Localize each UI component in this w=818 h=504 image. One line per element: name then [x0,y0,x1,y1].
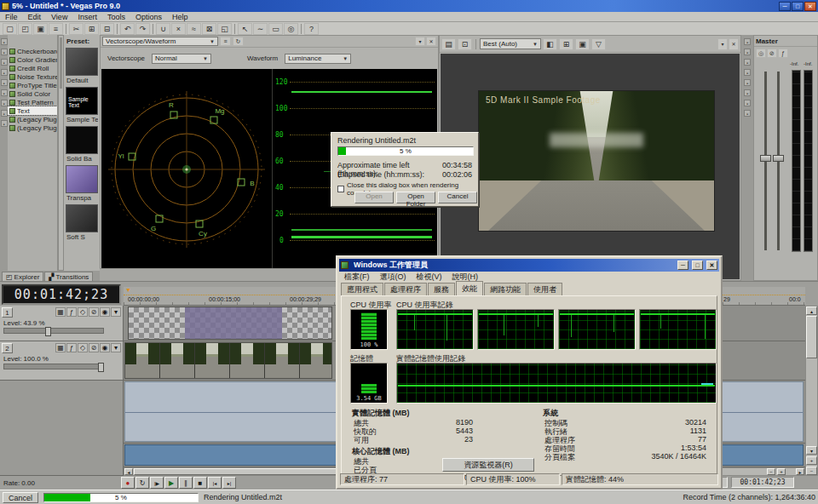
dock-icon[interactable]: ▪ [744,89,751,96]
maximize-icon[interactable]: □ [692,261,703,270]
automation-settings-icon[interactable]: ◇ [78,343,88,352]
auto-crossfade-icon[interactable]: × [171,23,186,35]
preset-thumb-soft-shadow[interactable] [66,204,98,232]
preset-thumb-solid-background[interactable] [66,126,98,154]
pin-icon[interactable]: ▾ [415,37,425,46]
cut-icon[interactable]: ✂ [69,23,84,35]
taskman-menu-file[interactable]: 檔案(F) [339,272,375,283]
zoom-in-track-icon[interactable]: + [806,456,817,465]
dock-icon[interactable]: ▪ [1,49,8,55]
go-to-start-icon[interactable]: |◂ [208,477,222,489]
dock-icon[interactable]: ▪ [1,38,8,45]
envelope-edit-tool-icon[interactable]: ∼ [253,23,268,35]
dim-output-icon[interactable]: ⊘ [767,49,777,58]
generator-item-protype-titler[interactable]: ProType Titler [8,81,57,89]
external-monitor-icon[interactable]: ⊡ [458,38,472,50]
generator-item-text-selected[interactable]: Text [8,106,57,115]
scope-type-dropdown[interactable]: Vectorscope/Waveform▼ [102,37,218,46]
copy-snapshot-icon[interactable]: ▣ [575,38,590,50]
track-number[interactable]: 1 [2,307,13,318]
timeline-vscrollbar[interactable]: ▴ ▾ + − [805,306,818,476]
dock-icon[interactable]: ▪ [1,59,8,66]
generator-item-checkerboard[interactable]: Checkerboard [8,47,57,55]
scrollbar-thumb[interactable] [60,37,62,89]
close-icon[interactable]: ✕ [804,2,816,11]
track-header-2[interactable]: 2 ▦ƒ◇⊘◉▾ Level: 100.0 % [0,341,124,381]
undo-icon[interactable]: ↶ [120,23,135,35]
menu-file[interactable]: File [0,13,23,21]
project-properties-icon[interactable]: ≡ [49,23,63,35]
selection-edit-tool-icon[interactable]: ▭ [268,23,283,35]
scope-settings-icon[interactable]: ≡ [220,37,231,46]
checkbox-icon[interactable] [337,186,344,192]
preset-thumb-transparent[interactable] [66,165,98,193]
dock-icon[interactable]: ▪ [1,100,8,106]
dock-icon[interactable]: ▪ [744,69,751,76]
enable-snapping-icon[interactable]: ∪ [156,23,170,35]
generator-item-test-pattern[interactable]: Test Pattern [8,98,57,106]
menu-help[interactable]: Help [167,13,193,21]
zoom-in-time-icon[interactable]: + [777,468,786,475]
auto-ripple-icon[interactable]: ≈ [187,23,201,35]
track-level-slider[interactable] [3,364,104,369]
preview-quality-dropdown[interactable]: Best (Auto)▼ [480,38,541,49]
solo-icon[interactable]: ◉ [100,343,110,352]
dock-icon[interactable]: ▪ [744,49,751,55]
zoom-out-track-icon[interactable]: − [806,467,817,475]
redo-icon[interactable]: ↷ [135,23,150,35]
menu-view[interactable]: View [46,13,72,21]
dock-icon[interactable]: ▪ [744,110,751,117]
video-event[interactable] [124,342,332,379]
slider-thumb[interactable] [98,363,104,372]
record-icon[interactable]: ● [121,477,135,489]
master-fx-icon[interactable]: ƒ [778,49,788,58]
tab-services[interactable]: 服務 [428,283,455,296]
overlays-icon[interactable]: ⊞ [559,38,573,50]
dock-icon[interactable]: ▪ [1,79,8,86]
minimize-icon[interactable]: ─ [779,2,791,11]
automation-settings-icon[interactable]: ◇ [78,307,88,317]
mute-icon[interactable]: ⊘ [89,343,99,352]
tab-explorer[interactable]: ◰Explorer [2,272,43,282]
play-from-start-icon[interactable]: |▶ [150,477,164,489]
normal-edit-tool-icon[interactable]: ↖ [238,23,252,35]
menu-tools[interactable]: Tools [102,13,130,21]
menu-insert[interactable]: Insert [72,13,102,21]
tab-processes[interactable]: 處理程序 [384,283,427,296]
copy-icon[interactable]: ⊞ [84,23,99,35]
ignore-event-grouping-icon[interactable]: ◱ [217,23,232,35]
track-number[interactable]: 2 [2,343,13,353]
play-icon[interactable]: ▶ [164,477,178,489]
save-snapshot-icon[interactable]: ▽ [591,38,606,50]
scroll-down-icon[interactable]: ▾ [806,446,817,455]
zoom-edit-tool-icon[interactable]: ◎ [284,23,298,35]
dock-icon[interactable]: ▪ [744,79,751,86]
lock-envelopes-icon[interactable]: ⊠ [202,23,216,35]
generator-item-legacy-plugin[interactable]: (Legacy Plug-in) [8,115,57,123]
preset-thumb-default[interactable] [66,48,98,76]
pause-icon[interactable]: ∥ [179,477,193,489]
maximize-icon[interactable]: □ [792,2,804,11]
scroll-up-icon[interactable]: ▴ [806,306,817,315]
tab-performance[interactable]: 效能 [456,281,483,295]
pin-icon[interactable]: ▾ [717,38,728,50]
track-level-slider[interactable] [3,328,104,334]
cancel-render-button[interactable]: Cancel [3,492,38,503]
vectorscope-mode-dropdown[interactable]: Normal▼ [152,54,211,64]
master-fader-handle[interactable] [773,155,784,162]
close-icon[interactable]: ✕ [426,37,436,46]
track-motion-icon[interactable]: ▦ [55,307,66,317]
save-icon[interactable]: ▣ [33,23,48,35]
menu-options[interactable]: Options [130,13,167,21]
tab-transitions[interactable]: ▞Transitions [44,272,93,282]
generator-item-legacy-plugin[interactable]: (Legacy Plug-in) [8,123,57,132]
taskman-menu-view[interactable]: 檢視(V) [412,272,447,283]
timecode-display[interactable]: 00:01:42;23 [2,284,121,305]
generator-item-credit-roll[interactable]: Credit Roll [8,64,57,72]
stop-icon[interactable]: ■ [193,477,207,489]
split-screen-view-icon[interactable]: ◧ [543,38,557,50]
minimize-icon[interactable]: ─ [677,261,688,270]
tab-users[interactable]: 使用者 [527,283,562,296]
go-to-end-icon[interactable]: ▸| [222,477,236,489]
track-fx-icon[interactable]: ƒ [66,307,77,317]
